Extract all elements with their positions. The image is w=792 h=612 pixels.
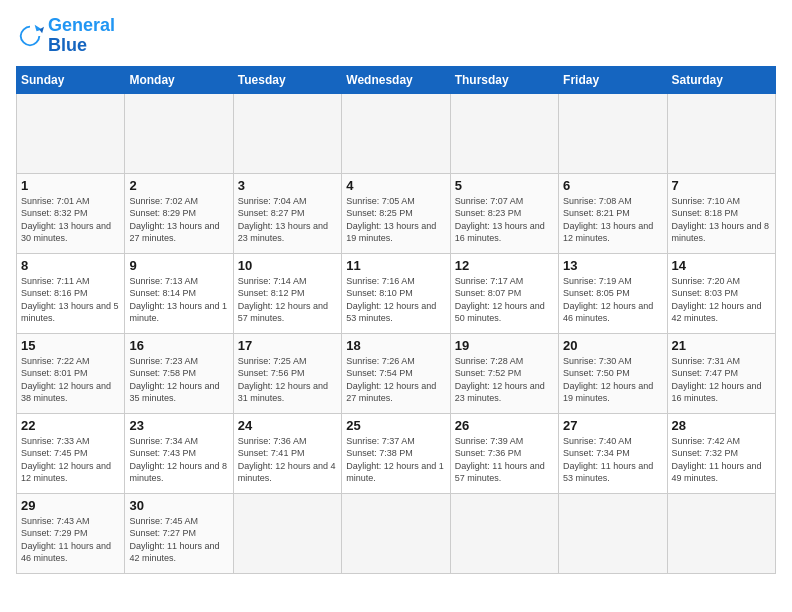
calendar-cell: 8 Sunrise: 7:11 AM Sunset: 8:16 PM Dayli… xyxy=(17,253,125,333)
day-number: 10 xyxy=(238,258,337,273)
day-info: Sunrise: 7:04 AM Sunset: 8:27 PM Dayligh… xyxy=(238,195,337,245)
day-number: 1 xyxy=(21,178,120,193)
calendar-cell xyxy=(125,93,233,173)
week-row-5: 29 Sunrise: 7:43 AM Sunset: 7:29 PM Dayl… xyxy=(17,493,776,573)
day-number: 12 xyxy=(455,258,554,273)
week-row-2: 8 Sunrise: 7:11 AM Sunset: 8:16 PM Dayli… xyxy=(17,253,776,333)
day-info: Sunrise: 7:05 AM Sunset: 8:25 PM Dayligh… xyxy=(346,195,445,245)
day-info: Sunrise: 7:11 AM Sunset: 8:16 PM Dayligh… xyxy=(21,275,120,325)
calendar-cell xyxy=(450,493,558,573)
day-info: Sunrise: 7:28 AM Sunset: 7:52 PM Dayligh… xyxy=(455,355,554,405)
calendar-cell: 28 Sunrise: 7:42 AM Sunset: 7:32 PM Dayl… xyxy=(667,413,775,493)
logo-icon xyxy=(16,22,44,50)
day-number: 2 xyxy=(129,178,228,193)
day-number: 22 xyxy=(21,418,120,433)
day-number: 5 xyxy=(455,178,554,193)
calendar-cell: 9 Sunrise: 7:13 AM Sunset: 8:14 PM Dayli… xyxy=(125,253,233,333)
calendar-cell: 15 Sunrise: 7:22 AM Sunset: 8:01 PM Dayl… xyxy=(17,333,125,413)
day-info: Sunrise: 7:22 AM Sunset: 8:01 PM Dayligh… xyxy=(21,355,120,405)
day-info: Sunrise: 7:34 AM Sunset: 7:43 PM Dayligh… xyxy=(129,435,228,485)
week-row-3: 15 Sunrise: 7:22 AM Sunset: 8:01 PM Dayl… xyxy=(17,333,776,413)
calendar-cell: 26 Sunrise: 7:39 AM Sunset: 7:36 PM Dayl… xyxy=(450,413,558,493)
calendar-cell xyxy=(342,93,450,173)
calendar-cell xyxy=(342,493,450,573)
day-number: 6 xyxy=(563,178,662,193)
calendar-cell: 7 Sunrise: 7:10 AM Sunset: 8:18 PM Dayli… xyxy=(667,173,775,253)
calendar-cell: 10 Sunrise: 7:14 AM Sunset: 8:12 PM Dayl… xyxy=(233,253,341,333)
calendar-cell: 4 Sunrise: 7:05 AM Sunset: 8:25 PM Dayli… xyxy=(342,173,450,253)
day-info: Sunrise: 7:14 AM Sunset: 8:12 PM Dayligh… xyxy=(238,275,337,325)
calendar-cell xyxy=(559,93,667,173)
day-number: 4 xyxy=(346,178,445,193)
calendar-cell xyxy=(233,93,341,173)
calendar-cell: 23 Sunrise: 7:34 AM Sunset: 7:43 PM Dayl… xyxy=(125,413,233,493)
day-number: 13 xyxy=(563,258,662,273)
page-header: General Blue xyxy=(16,16,776,56)
day-number: 26 xyxy=(455,418,554,433)
day-info: Sunrise: 7:33 AM Sunset: 7:45 PM Dayligh… xyxy=(21,435,120,485)
calendar-cell: 21 Sunrise: 7:31 AM Sunset: 7:47 PM Dayl… xyxy=(667,333,775,413)
calendar-cell: 18 Sunrise: 7:26 AM Sunset: 7:54 PM Dayl… xyxy=(342,333,450,413)
day-info: Sunrise: 7:02 AM Sunset: 8:29 PM Dayligh… xyxy=(129,195,228,245)
day-number: 3 xyxy=(238,178,337,193)
day-number: 29 xyxy=(21,498,120,513)
calendar-cell: 1 Sunrise: 7:01 AM Sunset: 8:32 PM Dayli… xyxy=(17,173,125,253)
day-number: 20 xyxy=(563,338,662,353)
day-info: Sunrise: 7:08 AM Sunset: 8:21 PM Dayligh… xyxy=(563,195,662,245)
calendar-cell: 6 Sunrise: 7:08 AM Sunset: 8:21 PM Dayli… xyxy=(559,173,667,253)
calendar-cell: 5 Sunrise: 7:07 AM Sunset: 8:23 PM Dayli… xyxy=(450,173,558,253)
calendar-cell: 3 Sunrise: 7:04 AM Sunset: 8:27 PM Dayli… xyxy=(233,173,341,253)
calendar-cell xyxy=(667,493,775,573)
calendar-cell: 22 Sunrise: 7:33 AM Sunset: 7:45 PM Dayl… xyxy=(17,413,125,493)
calendar-cell xyxy=(667,93,775,173)
col-tuesday: Tuesday xyxy=(233,66,341,93)
day-number: 8 xyxy=(21,258,120,273)
logo-text: General Blue xyxy=(48,16,115,56)
calendar-cell xyxy=(450,93,558,173)
day-number: 25 xyxy=(346,418,445,433)
calendar-cell: 11 Sunrise: 7:16 AM Sunset: 8:10 PM Dayl… xyxy=(342,253,450,333)
col-thursday: Thursday xyxy=(450,66,558,93)
day-info: Sunrise: 7:43 AM Sunset: 7:29 PM Dayligh… xyxy=(21,515,120,565)
day-info: Sunrise: 7:17 AM Sunset: 8:07 PM Dayligh… xyxy=(455,275,554,325)
day-info: Sunrise: 7:13 AM Sunset: 8:14 PM Dayligh… xyxy=(129,275,228,325)
day-number: 7 xyxy=(672,178,771,193)
col-friday: Friday xyxy=(559,66,667,93)
week-row-0 xyxy=(17,93,776,173)
day-number: 21 xyxy=(672,338,771,353)
day-info: Sunrise: 7:10 AM Sunset: 8:18 PM Dayligh… xyxy=(672,195,771,245)
logo: General Blue xyxy=(16,16,115,56)
day-info: Sunrise: 7:39 AM Sunset: 7:36 PM Dayligh… xyxy=(455,435,554,485)
day-info: Sunrise: 7:31 AM Sunset: 7:47 PM Dayligh… xyxy=(672,355,771,405)
calendar-cell: 27 Sunrise: 7:40 AM Sunset: 7:34 PM Dayl… xyxy=(559,413,667,493)
calendar-cell xyxy=(233,493,341,573)
calendar-cell: 20 Sunrise: 7:30 AM Sunset: 7:50 PM Dayl… xyxy=(559,333,667,413)
calendar-cell: 30 Sunrise: 7:45 AM Sunset: 7:27 PM Dayl… xyxy=(125,493,233,573)
day-info: Sunrise: 7:01 AM Sunset: 8:32 PM Dayligh… xyxy=(21,195,120,245)
calendar-cell: 14 Sunrise: 7:20 AM Sunset: 8:03 PM Dayl… xyxy=(667,253,775,333)
calendar-cell xyxy=(559,493,667,573)
col-wednesday: Wednesday xyxy=(342,66,450,93)
calendar-cell: 24 Sunrise: 7:36 AM Sunset: 7:41 PM Dayl… xyxy=(233,413,341,493)
col-sunday: Sunday xyxy=(17,66,125,93)
calendar-cell: 2 Sunrise: 7:02 AM Sunset: 8:29 PM Dayli… xyxy=(125,173,233,253)
calendar-cell: 29 Sunrise: 7:43 AM Sunset: 7:29 PM Dayl… xyxy=(17,493,125,573)
week-row-4: 22 Sunrise: 7:33 AM Sunset: 7:45 PM Dayl… xyxy=(17,413,776,493)
day-info: Sunrise: 7:45 AM Sunset: 7:27 PM Dayligh… xyxy=(129,515,228,565)
day-number: 27 xyxy=(563,418,662,433)
day-number: 23 xyxy=(129,418,228,433)
day-number: 16 xyxy=(129,338,228,353)
day-number: 9 xyxy=(129,258,228,273)
week-row-1: 1 Sunrise: 7:01 AM Sunset: 8:32 PM Dayli… xyxy=(17,173,776,253)
calendar-cell: 12 Sunrise: 7:17 AM Sunset: 8:07 PM Dayl… xyxy=(450,253,558,333)
day-info: Sunrise: 7:16 AM Sunset: 8:10 PM Dayligh… xyxy=(346,275,445,325)
day-number: 28 xyxy=(672,418,771,433)
day-info: Sunrise: 7:07 AM Sunset: 8:23 PM Dayligh… xyxy=(455,195,554,245)
calendar-cell: 13 Sunrise: 7:19 AM Sunset: 8:05 PM Dayl… xyxy=(559,253,667,333)
day-info: Sunrise: 7:25 AM Sunset: 7:56 PM Dayligh… xyxy=(238,355,337,405)
calendar-table: Sunday Monday Tuesday Wednesday Thursday… xyxy=(16,66,776,574)
calendar-cell: 16 Sunrise: 7:23 AM Sunset: 7:58 PM Dayl… xyxy=(125,333,233,413)
calendar-cell: 19 Sunrise: 7:28 AM Sunset: 7:52 PM Dayl… xyxy=(450,333,558,413)
day-info: Sunrise: 7:40 AM Sunset: 7:34 PM Dayligh… xyxy=(563,435,662,485)
day-number: 30 xyxy=(129,498,228,513)
